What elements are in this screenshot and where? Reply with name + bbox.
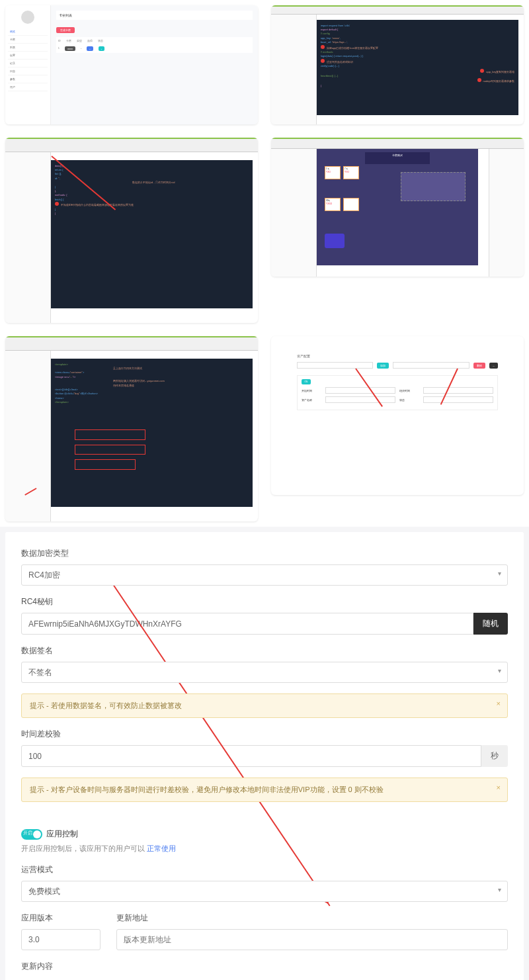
ide-file-tree	[5, 351, 51, 521]
input-field[interactable]	[297, 362, 374, 369]
thumb-ui-designer: 卡密购买 1天¥30 7天¥90 30天¥360	[271, 138, 524, 277]
time-diff-label: 时间差校验	[21, 729, 508, 740]
admin-sidebar: 概览 卡密 列表 设置 记录 日志 参数 用户	[5, 5, 51, 124]
admin-main: 卡密列表 生成卡密 ID卡密类型面值状态 1xxxx---	[51, 5, 258, 124]
code-editor: import request from 'utils' export defau…	[317, 20, 519, 115]
code-annotation: 这里写页面名称或标识	[327, 60, 353, 64]
nav-item[interactable]: 列表	[8, 44, 48, 52]
app-control-label: 应用控制	[46, 828, 78, 840]
alert-time: 提示 - 对客户设备时间与服务器时间进行时差校验，避免用户修改本地时间非法使用V…	[21, 778, 508, 802]
rc4-key-label: RC4秘钥	[21, 596, 508, 607]
rc4-key-input[interactable]	[21, 613, 473, 635]
update-url-label: 更新地址	[116, 913, 508, 924]
canvas-title: 卡密购买	[365, 152, 430, 164]
update-content-label: 更新内容	[21, 961, 508, 972]
table-row: 1xxxx---	[56, 44, 253, 53]
sign-label: 数据签名	[21, 645, 508, 656]
generate-button[interactable]: 生成卡密	[56, 27, 75, 33]
placeholder-box	[401, 172, 466, 201]
close-icon[interactable]: ×	[497, 699, 501, 707]
price-cards: 1天¥30 7天¥90	[325, 166, 359, 179]
unit-addon: 秒	[481, 745, 508, 767]
update-content-input[interactable]	[21, 977, 508, 980]
ide-toolbar	[5, 336, 258, 351]
table-header-row: ID卡密类型面值状态	[56, 37, 253, 44]
design-canvas: 卡密购买 1天¥30 7天¥90 30天¥360	[317, 149, 479, 265]
thumb-ide-code-3: <template> 且上面行为用本方法测试 <view class="cont…	[5, 336, 258, 521]
hint-link[interactable]: 正常使用	[147, 844, 176, 852]
close-icon[interactable]: ×	[497, 783, 501, 791]
sign-select[interactable]: 不签名	[21, 662, 508, 683]
time-diff-input[interactable]	[21, 745, 481, 767]
thumb-ide-code-1: import request from 'utils' export defau…	[271, 5, 524, 124]
random-button[interactable]: 随机	[473, 613, 508, 635]
ide-file-tree	[271, 15, 317, 124]
nav-item[interactable]: 卡密	[8, 36, 48, 44]
nav-item[interactable]: 用户	[8, 83, 48, 91]
code-annotation: 如果app已成功创建Icon请在服务器设置配置	[327, 46, 378, 50]
app-control-hint: 开启应用控制后，该应用下的用户可以 正常使用	[21, 844, 508, 854]
ide-toolbar	[271, 5, 524, 15]
nav-item[interactable]: 日志	[8, 67, 48, 75]
thumb-ide-code-2: data() { return { list: [], id: '', 数据前介…	[5, 138, 258, 323]
encrypt-type-select[interactable]: RC4加密	[21, 564, 508, 586]
form-title: 资产配置	[297, 354, 499, 358]
nav-item[interactable]: 记录	[8, 60, 48, 67]
screenshot-grid: 概览 卡密 列表 设置 记录 日志 参数 用户 卡密列表 生成卡密 ID卡密类型…	[0, 0, 529, 527]
settings-form: 数据加密类型 RC4加密 RC4秘钥 随机 数据签名 不签名 提示 - 若使用数…	[5, 532, 524, 980]
admin-header: 卡密列表	[56, 11, 253, 20]
qr-widget	[325, 234, 345, 248]
action-button[interactable]: ...	[489, 363, 498, 369]
avatar	[21, 11, 34, 24]
nav-item[interactable]: 参数	[8, 75, 48, 83]
alert-sign: 提示 - 若使用数据签名，可有效防止数据被篡改 ×	[21, 693, 508, 718]
code-annotation: app_key复制到服务器端	[486, 70, 514, 73]
version-label: 应用版本	[21, 913, 101, 924]
mode-select[interactable]: 免费模式	[21, 881, 508, 902]
ide-file-tree	[5, 152, 51, 323]
mode-label: 运营模式	[21, 864, 508, 875]
ide-toolbar	[5, 138, 258, 152]
add-button[interactable]: 添加	[377, 363, 389, 369]
code-editor: <template> 且上面行为用本方法测试 <view class="cont…	[51, 359, 253, 507]
code-annotation: nodejs写到服务器请求参数	[483, 79, 515, 83]
nav-item[interactable]: 概览	[8, 28, 48, 36]
code-hint: 不知道IDE卡拖动什么内容就看截图来源随时看起来的设置为准	[61, 203, 134, 206]
encrypt-type-label: 数据加密类型	[21, 548, 508, 559]
app-control-toggle[interactable]: 开启	[21, 829, 42, 840]
update-url-input[interactable]	[116, 929, 508, 950]
thumb-form-config: 资产配置 添加 删除 ... ON 开始时间 结束时间 资产名称 状态	[271, 336, 524, 495]
nav-item[interactable]: 设置	[8, 52, 48, 60]
del-button[interactable]: 删除	[473, 363, 485, 369]
ide-toolbar	[271, 138, 524, 149]
property-panel	[489, 149, 524, 277]
thumb-admin-panel: 概览 卡密 列表 设置 记录 日志 参数 用户 卡密列表 生成卡密 ID卡密类型…	[5, 5, 258, 124]
version-input[interactable]	[21, 929, 101, 950]
input-field[interactable]	[393, 362, 469, 369]
component-tree	[271, 149, 317, 277]
